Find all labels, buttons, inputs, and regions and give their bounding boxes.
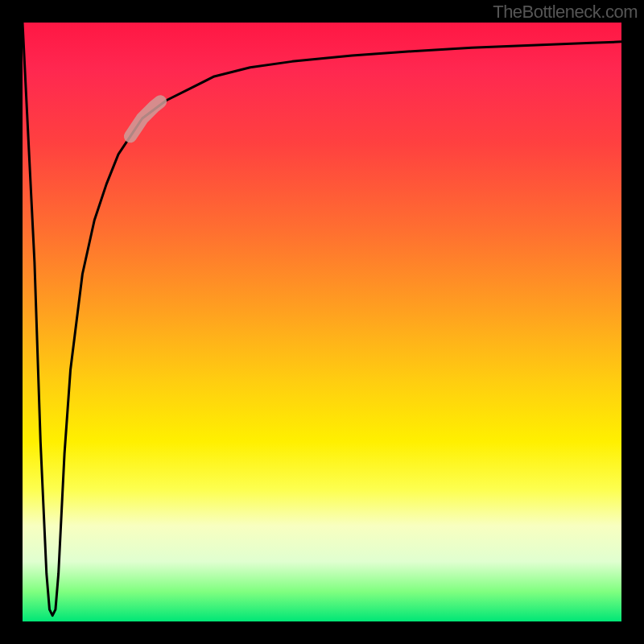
bottleneck-curve bbox=[23, 23, 621, 616]
highlight-segment bbox=[130, 101, 160, 136]
frame-border-right bbox=[621, 0, 644, 644]
frame-border-left bbox=[0, 0, 23, 644]
frame-border-bottom bbox=[0, 621, 644, 644]
watermark-text: TheBottleneck.com bbox=[493, 2, 638, 23]
curve-layer bbox=[23, 23, 621, 621]
